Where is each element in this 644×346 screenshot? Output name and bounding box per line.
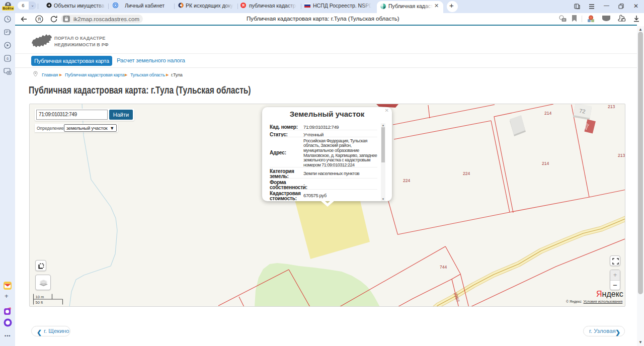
svg-text:214: 214 <box>544 111 551 116</box>
svg-text:Я: Я <box>242 4 245 7</box>
svg-text:213: 213 <box>618 153 625 158</box>
svg-text:50 ft: 50 ft <box>36 300 44 305</box>
svg-text:224: 224 <box>463 171 470 176</box>
svg-text:744: 744 <box>440 265 447 270</box>
svg-text:72: 72 <box>579 108 586 115</box>
svg-text:214: 214 <box>542 161 549 166</box>
svg-text:213: 213 <box>608 104 615 109</box>
svg-text:10 m: 10 m <box>36 295 44 299</box>
svg-text:224: 224 <box>403 178 410 183</box>
svg-text:6: 6 <box>7 56 9 61</box>
svg-text:Я: Я <box>38 17 41 22</box>
